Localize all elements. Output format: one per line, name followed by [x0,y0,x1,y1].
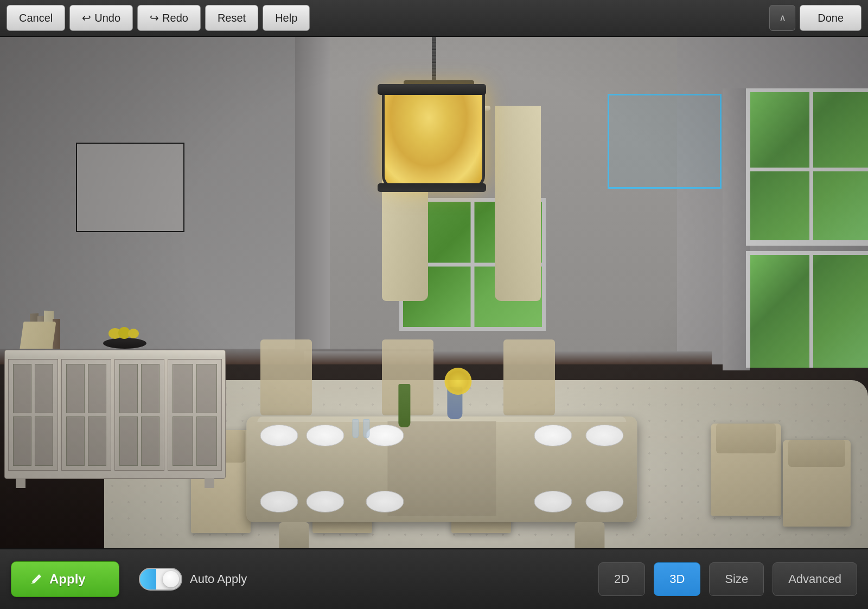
selection-rectangle[interactable] [608,94,722,189]
advanced-label: Advanced [788,572,841,586]
cancel-label: Cancel [19,12,53,24]
paintbrush-icon [29,572,44,587]
done-button[interactable]: Done [800,5,861,31]
chair-back-right [503,339,555,415]
window-right-top [746,88,868,243]
window-right-bottom [746,251,868,368]
apply-label: Apply [49,572,86,587]
top-toolbar: Cancel ↩ Undo ↪ Redo Reset Help ∧ Done [0,0,868,37]
wall-art-left[interactable] [76,143,184,232]
sideboard-books [30,311,95,349]
undo-icon: ↩ [82,11,91,24]
auto-apply-section: Auto Apply [139,568,247,591]
sideboard-door-3 [114,359,164,471]
chandelier-rim [378,84,486,95]
cancel-button[interactable]: Cancel [7,5,65,31]
chandelier-body [382,86,485,189]
chair-right-1 [711,424,781,516]
collapse-button[interactable]: ∧ [769,5,795,31]
view-3d-button[interactable]: 3D [654,562,700,596]
bottom-toolbar: Apply Auto Apply 2D 3D Size Advanced [0,548,868,609]
done-label: Done [818,12,844,24]
chair-right-2 [783,440,851,527]
help-button[interactable]: Help [263,5,310,31]
chair-back-left [260,339,312,415]
apply-button[interactable]: Apply [11,561,119,597]
room-scene-container [0,37,868,548]
chandelier-chain [432,37,436,83]
undo-label: Undo [94,12,120,24]
sideboard-door-1 [8,359,58,471]
window-right-top-frame [746,240,868,246]
advanced-button[interactable]: Advanced [773,562,857,596]
chevron-up-icon: ∧ [779,12,786,24]
auto-apply-label: Auto Apply [190,572,247,586]
redo-label: Redo [162,12,188,24]
dining-table[interactable] [246,416,637,522]
sideboard-door-4 [168,359,222,471]
2d-label: 2D [614,572,629,586]
right-curtain [495,106,541,301]
auto-apply-toggle[interactable] [139,568,182,591]
sideboard-door-2 [61,359,111,471]
view-2d-button[interactable]: 2D [598,562,645,596]
chandelier-bottom-rim [378,183,486,192]
room-background [0,37,868,548]
toggle-knob [163,571,179,587]
redo-icon: ↪ [150,11,159,24]
reset-label: Reset [218,12,246,24]
size-label: Size [725,572,748,586]
3d-label: 3D [669,572,685,586]
sideboard[interactable] [4,350,226,479]
fruit-bowl [103,327,146,349]
size-button[interactable]: Size [709,562,764,596]
help-label: Help [275,12,297,24]
undo-button[interactable]: ↩ Undo [69,5,133,31]
reset-button[interactable]: Reset [205,5,258,31]
redo-button[interactable]: ↪ Redo [137,5,201,31]
